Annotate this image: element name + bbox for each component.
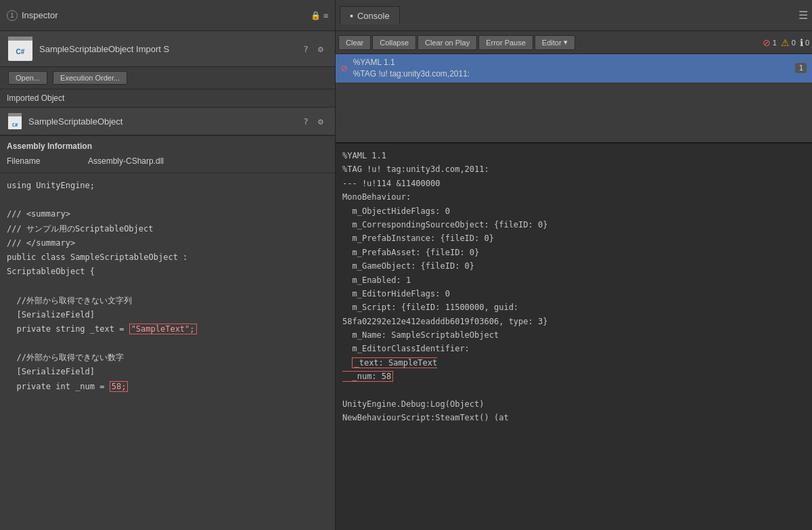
code-line-3: /// <summary> bbox=[3, 207, 332, 221]
code-line-4: /// サンプル用のScriptableObject bbox=[3, 222, 332, 236]
code-line-14: [SerializeField] bbox=[3, 365, 332, 379]
editor-dropdown-icon: ▾ bbox=[564, 38, 568, 47]
editor-label: Editor bbox=[542, 39, 562, 47]
open-button[interactable]: Open... bbox=[8, 71, 47, 85]
info-count-icon: ℹ bbox=[800, 37, 803, 48]
imported-cs-label: C# bbox=[8, 123, 22, 128]
console-toolbar: Clear Collapse Clear on Play Error Pause… bbox=[336, 31, 812, 54]
console-message-list: ⊘ %YAML 1.1 %TAG !u! tag:unity3d.com,201… bbox=[336, 54, 812, 142]
imported-question-icon[interactable]: ? bbox=[300, 115, 312, 127]
code-line-7: ScriptableObject { bbox=[3, 265, 332, 279]
execution-order-button[interactable]: Execution Order... bbox=[53, 71, 127, 85]
console-hamburger-icon[interactable]: ☰ bbox=[798, 9, 808, 22]
error-icon: ⊘ bbox=[763, 37, 771, 48]
imported-object-row: C# SampleScriptableObject ? ⚙ bbox=[0, 108, 335, 135]
imported-object-label: Imported Object bbox=[7, 93, 64, 103]
editor-button[interactable]: Editor ▾ bbox=[535, 35, 575, 50]
code-line-1: using UnityEngine; bbox=[3, 179, 332, 193]
asset-actions: ? ⚙ bbox=[300, 43, 327, 55]
console-tab-label: Console bbox=[357, 11, 390, 21]
assembly-filename-value: Assembly-CSharp.dll bbox=[88, 156, 164, 166]
asset-question-icon[interactable]: ? bbox=[300, 43, 312, 55]
code-line-5: /// </summary> bbox=[3, 236, 332, 250]
code-line-9: //外部から取得できない文字列 bbox=[3, 294, 332, 308]
asset-gear-icon[interactable]: ⚙ bbox=[315, 43, 327, 55]
imported-cs-icon: C# bbox=[8, 113, 22, 129]
warn-badge: ⚠ 0 bbox=[781, 37, 796, 48]
cs-label: C# bbox=[16, 48, 25, 56]
error-badge: ⊘ 1 bbox=[763, 37, 777, 48]
info-icon: i bbox=[7, 10, 18, 21]
warn-count: 0 bbox=[792, 39, 796, 47]
console-message-item[interactable]: ⊘ %YAML 1.1 %TAG !u! tag:unity3d.com,201… bbox=[336, 54, 812, 83]
console-tab-bar: ▪ Console ☰ bbox=[336, 0, 812, 31]
assembly-row: Filename Assembly-CSharp.dll bbox=[7, 155, 328, 167]
lock-icon[interactable]: 🔒 bbox=[311, 11, 321, 20]
code-section: using UnityEngine; /// <summary> /// サンプ… bbox=[0, 173, 335, 530]
console-panel: ▪ Console ☰ Clear Collapse Clear on Play… bbox=[336, 0, 812, 530]
info-badge: ℹ 0 bbox=[800, 37, 809, 48]
message-line2: %TAG !u! tag:unity3d.com,2011: bbox=[353, 68, 790, 80]
console-detail-text: %YAML 1.1 %TAG !u! tag:unity3d.com,2011:… bbox=[342, 149, 805, 425]
message-line1: %YAML 1.1 bbox=[353, 57, 790, 68]
console-top-right-menu: ☰ bbox=[798, 9, 808, 22]
cs-file-icon: C# bbox=[8, 37, 32, 61]
code-line-8 bbox=[3, 279, 332, 293]
inspector-tab-icons: 🔒 ≡ bbox=[311, 11, 328, 20]
console-detail: %YAML 1.1 %TAG !u! tag:unity3d.com,2011:… bbox=[336, 142, 812, 530]
asset-buttons: Open... Execution Order... bbox=[0, 67, 335, 89]
message-error-icon: ⊘ bbox=[341, 62, 348, 74]
code-line-6: public class SampleScriptableObject : bbox=[3, 250, 332, 265]
assembly-filename-label: Filename bbox=[7, 156, 74, 166]
code-line-12 bbox=[3, 336, 332, 351]
imported-object-name: SampleScriptableObject bbox=[28, 116, 122, 127]
message-text: %YAML 1.1 %TAG !u! tag:unity3d.com,2011: bbox=[353, 57, 790, 80]
clear-on-play-button[interactable]: Clear on Play bbox=[418, 35, 477, 50]
assembly-section: Assembly Information Filename Assembly-C… bbox=[0, 136, 335, 173]
console-tab-icon: ▪ bbox=[350, 10, 353, 21]
code-highlight-text: "SampleText"; bbox=[129, 324, 197, 334]
message-count: 1 bbox=[795, 63, 807, 73]
asset-title: SampleScriptableObject Import S bbox=[39, 44, 293, 54]
imported-object-section-header: Imported Object bbox=[0, 89, 335, 108]
inspector-menu-icon[interactable]: ≡ bbox=[323, 11, 328, 20]
warn-icon: ⚠ bbox=[781, 37, 790, 48]
code-line-2 bbox=[3, 193, 332, 207]
clear-button[interactable]: Clear bbox=[338, 35, 371, 50]
info-count: 0 bbox=[805, 39, 809, 47]
error-count: 1 bbox=[773, 39, 777, 47]
code-line-10: [SerializeField] bbox=[3, 308, 332, 322]
error-pause-button[interactable]: Error Pause bbox=[478, 35, 533, 50]
code-highlight-num: 58; bbox=[110, 381, 129, 392]
console-right-icons: ⊘ 1 ⚠ 0 ℹ 0 bbox=[763, 37, 809, 48]
console-tab[interactable]: ▪ Console bbox=[340, 6, 400, 24]
code-line-13: //外部から取得できない数字 bbox=[3, 351, 332, 365]
inspector-panel: i Inspector 🔒 ≡ C# SampleScriptableObjec… bbox=[0, 0, 336, 530]
inspector-tab-label: Inspector bbox=[22, 10, 58, 20]
code-line-11: private string _text = "SampleText"; bbox=[3, 322, 332, 336]
detail-highlight-text: _text: SampleText _num: 58 bbox=[342, 357, 437, 382]
code-line-15: private int _num = 58; bbox=[3, 380, 332, 394]
imported-gear-icon[interactable]: ⚙ bbox=[315, 115, 327, 127]
collapse-button[interactable]: Collapse bbox=[372, 35, 416, 50]
assembly-title: Assembly Information bbox=[7, 141, 328, 151]
inspector-tab: i Inspector 🔒 ≡ bbox=[0, 0, 335, 31]
asset-header: C# SampleScriptableObject Import S ? ⚙ bbox=[0, 31, 335, 67]
